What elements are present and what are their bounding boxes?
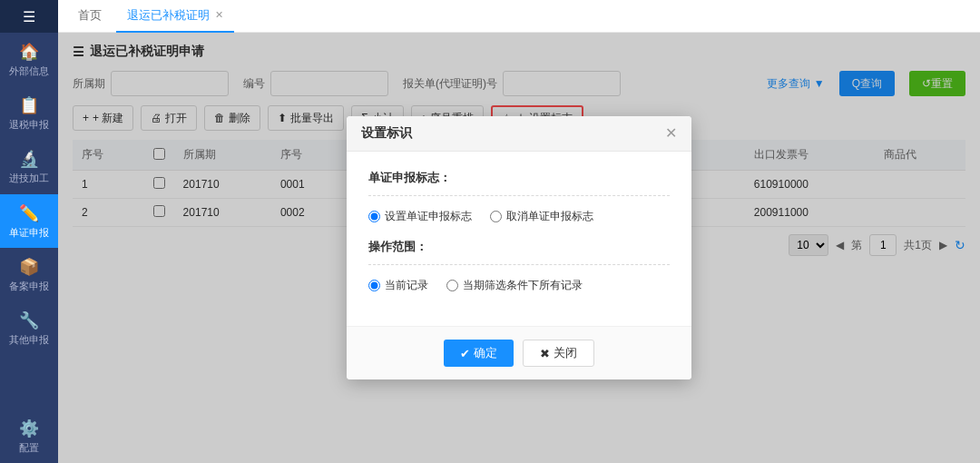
sidebar-item-qitashenbao[interactable]: 🔧 其他申报 — [0, 301, 58, 355]
modal-footer: ✔ 确定 ✖ 关闭 — [347, 326, 691, 379]
sidebar-item-label: 单证申报 — [9, 227, 49, 239]
tab-home-label: 首页 — [78, 7, 102, 24]
modal-confirm-button[interactable]: ✔ 确定 — [444, 340, 514, 367]
menu-toggle-button[interactable]: ☰ — [0, 0, 58, 33]
sidebar-item-tuishuishenqing[interactable]: 📋 退税申报 — [0, 86, 58, 140]
modal-body: 单证申报标志： 设置单证申报标志 取消单证申报标志 操作范围： — [347, 152, 691, 326]
sidebar-item-label: 配置 — [19, 442, 39, 454]
confirm-label: 确定 — [474, 345, 497, 361]
close-label: 关闭 — [554, 345, 577, 361]
modal-radio-group2: 当前记录 当期筛选条件下所有记录 — [368, 278, 670, 293]
modal-close-button[interactable]: ✖ 关闭 — [523, 340, 594, 367]
modal-section2-title: 操作范围： — [368, 239, 670, 255]
tab-bar: 首页 退运已补税证明 ✕ — [58, 0, 980, 33]
sidebar-item-waibuxinxi[interactable]: 🏠 外部信息 — [0, 33, 58, 86]
tab-tuiyuncert[interactable]: 退运已补税证明 ✕ — [116, 0, 234, 33]
tax-icon: 📋 — [19, 95, 39, 115]
modal-divider2 — [368, 264, 670, 265]
tab-close-icon[interactable]: ✕ — [215, 9, 223, 21]
radio-cancel-flag-label[interactable]: 取消单证申报标志 — [490, 209, 593, 224]
radio-all-period-text: 当期筛选条件下所有记录 — [463, 278, 583, 293]
process-icon: 🔬 — [19, 149, 39, 169]
tab-home[interactable]: 首页 — [67, 0, 113, 33]
radio-set-flag[interactable] — [368, 211, 380, 222]
modal-close-icon[interactable]: ✕ — [665, 126, 677, 141]
radio-set-flag-text: 设置单证申报标志 — [385, 209, 472, 224]
sidebar: ☰ 🏠 外部信息 📋 退税申报 🔬 进技加工 ✏️ 单证申报 📦 备案申报 🔧 … — [0, 0, 58, 463]
modal-title: 设置标识 — [361, 125, 412, 142]
setflag-modal: 设置标识 ✕ 单证申报标志： 设置单证申报标志 取消单证申报标志 — [347, 116, 691, 379]
radio-current-text: 当前记录 — [385, 278, 428, 293]
gear-icon: ⚙️ — [19, 419, 39, 438]
main-area: 首页 退运已补税证明 ✕ ☰ 退运已补税证明申请 所属期 编号 报关单(代理证明… — [58, 0, 980, 463]
tab-tuiyuncert-label: 退运已补税证明 — [127, 7, 210, 24]
sidebar-item-label: 其他申报 — [9, 334, 49, 346]
menu-icon: ☰ — [23, 8, 35, 25]
sidebar-item-label: 备案申报 — [9, 281, 49, 292]
radio-cancel-flag[interactable] — [490, 211, 502, 222]
modal-header: 设置标识 ✕ — [347, 116, 691, 152]
radio-all-period-label[interactable]: 当期筛选条件下所有记录 — [446, 278, 583, 293]
radio-current[interactable] — [368, 280, 380, 291]
radio-all-period[interactable] — [446, 280, 458, 291]
checkmark-icon: ✔ — [460, 347, 470, 360]
sidebar-item-label: 进技加工 — [9, 172, 49, 184]
sidebar-item-label: 退税申报 — [9, 119, 49, 131]
sidebar-item-danzhenshenbaol[interactable]: ✏️ 单证申报 — [0, 194, 58, 248]
modal-divider1 — [368, 195, 670, 196]
content-area: ☰ 退运已补税证明申请 所属期 编号 报关单(代理证明)号 更多查询 ▼ Q查询… — [58, 33, 980, 463]
radio-cancel-flag-text: 取消单证申报标志 — [506, 209, 593, 224]
archive-icon: 📦 — [19, 257, 39, 277]
modal-radio-group1: 设置单证申报标志 取消单证申报标志 — [368, 209, 670, 224]
sidebar-item-jinjiagongzuo[interactable]: 🔬 进技加工 — [0, 140, 58, 193]
doc-edit-icon: ✏️ — [19, 203, 39, 223]
sidebar-item-beianshenbao[interactable]: 📦 备案申报 — [0, 248, 58, 301]
modal-section1-title: 单证申报标志： — [368, 170, 670, 186]
sidebar-item-peizhi[interactable]: ⚙️ 配置 — [0, 409, 58, 463]
other-icon: 🔧 — [19, 310, 39, 330]
radio-current-label[interactable]: 当前记录 — [368, 278, 428, 293]
modal-overlay: 设置标识 ✕ 单证申报标志： 设置单证申报标志 取消单证申报标志 — [58, 33, 980, 463]
radio-set-flag-label[interactable]: 设置单证申报标志 — [368, 209, 472, 224]
sidebar-item-label: 外部信息 — [9, 65, 49, 77]
cross-icon: ✖ — [540, 347, 550, 360]
home-icon: 🏠 — [19, 42, 39, 62]
